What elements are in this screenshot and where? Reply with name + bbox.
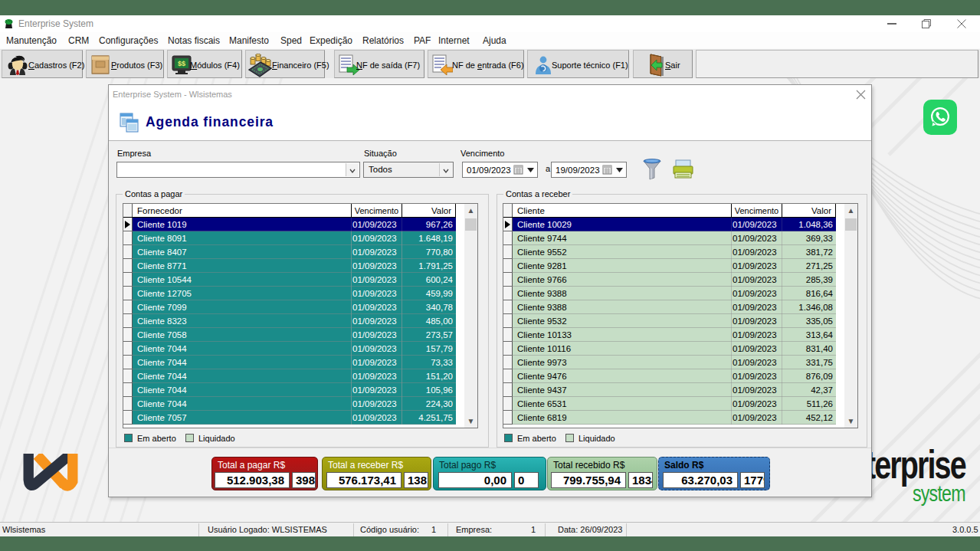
- svg-text:$$: $$: [178, 60, 185, 67]
